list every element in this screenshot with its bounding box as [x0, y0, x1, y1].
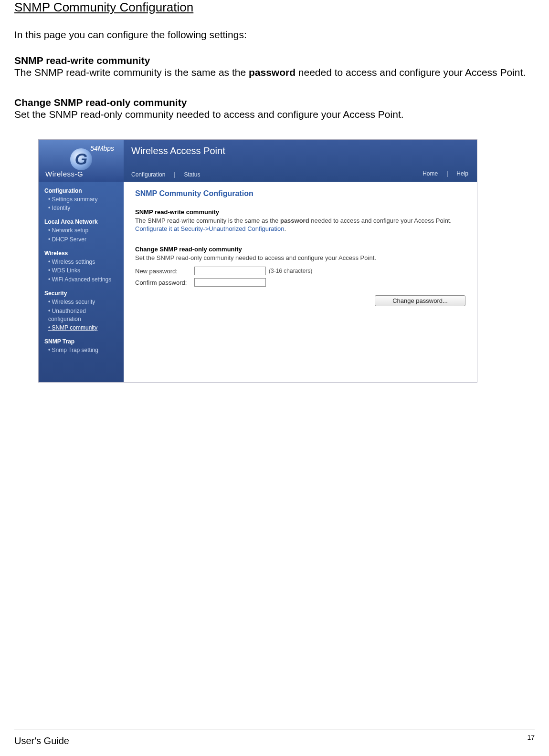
main-ro-head: Change SNMP read-only community — [135, 246, 465, 253]
embedded-screenshot: 54Mbps G Wireless-G Wireless Access Poin… — [38, 139, 477, 383]
main-rw-bold: password — [280, 217, 309, 224]
sidebar-item-unauth-config[interactable]: Unauthorized configuration — [44, 307, 118, 324]
footer-guide: User's Guide — [14, 735, 69, 746]
confirm-password-input[interactable] — [194, 278, 266, 287]
main-rw-body: The SNMP read-write community is the sam… — [135, 217, 465, 233]
main-rw-link-pre: Configurate it at — [135, 225, 180, 232]
shot-logo: 54Mbps G Wireless-G — [39, 140, 124, 182]
label-new-password: New password: — [135, 268, 194, 275]
row-new-password: New password: (3-16 characters) — [135, 267, 465, 275]
logo-name: Wireless-G — [45, 170, 83, 178]
topnav-configuration[interactable]: Configuration — [131, 171, 165, 178]
shot-main: SNMP Community Configuration SNMP read-w… — [124, 182, 477, 382]
side-head-security: Security — [44, 290, 118, 297]
sidebar-item-network-setup[interactable]: Network setup — [44, 226, 118, 235]
sidebar-item-settings-summary[interactable]: Settings summary — [44, 195, 118, 204]
main-rw-head: SNMP read-write community — [135, 208, 465, 216]
shot-header: 54Mbps G Wireless-G Wireless Access Poin… — [39, 140, 477, 182]
label-confirm-password: Confirm password: — [135, 279, 194, 286]
sidebar-item-wifi-advanced[interactable]: WiFi Advanced settings — [44, 275, 118, 284]
main-ro-body: Set the SNMP read-only community needed … — [135, 254, 465, 262]
topnav-home[interactable]: Home — [422, 170, 438, 177]
topnav-right: Home | Help — [422, 170, 477, 182]
main-rw-post: needed to access and configure your Acce… — [309, 217, 452, 224]
topnav-help[interactable]: Help — [456, 170, 468, 177]
new-password-hint: (3-16 characters) — [269, 268, 312, 274]
product-title: Wireless Access Point — [131, 145, 415, 156]
row-confirm-password: Confirm password: — [135, 278, 465, 287]
rw-body-pre: The SNMP read-write community is the sam… — [14, 67, 249, 78]
side-head-lan: Local Area Network — [44, 218, 118, 225]
rw-body-bold: password — [249, 67, 296, 78]
side-head-snmp-trap: SNMP Trap — [44, 338, 118, 345]
logo-speed: 54Mbps — [90, 145, 114, 152]
intro-text: In this page you can configure the follo… — [14, 29, 535, 41]
topnav-left: Configuration | Status — [131, 171, 415, 178]
page-title: SNMP Community Configuration — [14, 0, 535, 15]
main-rw-link-post: . — [285, 225, 286, 232]
logo-g-icon: G — [70, 148, 92, 170]
topnav-sep: | — [174, 171, 175, 178]
sidebar-item-wireless-security[interactable]: Wireless security — [44, 298, 118, 307]
section-rw-head: SNMP read-write community — [14, 55, 535, 66]
topnav-status[interactable]: Status — [184, 171, 201, 178]
change-password-button[interactable]: Change password... — [375, 295, 465, 306]
sidebar-item-wireless-settings[interactable]: Wireless settings — [44, 258, 118, 267]
sidebar-item-snmp-trap-setting[interactable]: Snmp Trap setting — [44, 346, 118, 355]
footer-rule — [14, 729, 535, 729]
topnav-sep2: | — [446, 170, 448, 177]
main-title: SNMP Community Configuration — [135, 189, 465, 198]
footer: User's Guide 17 — [14, 735, 535, 746]
section-ro-body: Set the SNMP read-only community needed … — [14, 108, 535, 121]
sidebar-item-dhcp-server[interactable]: DHCP Server — [44, 235, 118, 244]
sidebar-item-wds-links[interactable]: WDS Links — [44, 266, 118, 275]
shot-title-area: Wireless Access Point Configuration | St… — [124, 140, 422, 182]
rw-body-post: needed to access and configure your Acce… — [296, 67, 526, 78]
footer-page-number: 17 — [527, 734, 535, 741]
sidebar-item-identity[interactable]: Identity — [44, 204, 118, 213]
sidebar: Configuration Settings summary Identity … — [39, 182, 124, 382]
section-rw-body: The SNMP read-write community is the sam… — [14, 66, 535, 79]
sidebar-item-snmp-community[interactable]: SNMP community — [44, 323, 118, 332]
new-password-input[interactable] — [194, 267, 266, 275]
side-head-wireless: Wireless — [44, 250, 118, 257]
side-head-configuration: Configuration — [44, 187, 118, 194]
main-rw-link[interactable]: Security->Unauthorized Configuration — [180, 225, 284, 232]
section-ro-head: Change SNMP read-only community — [14, 97, 535, 108]
main-rw-pre: The SNMP read-write community is the sam… — [135, 217, 280, 224]
